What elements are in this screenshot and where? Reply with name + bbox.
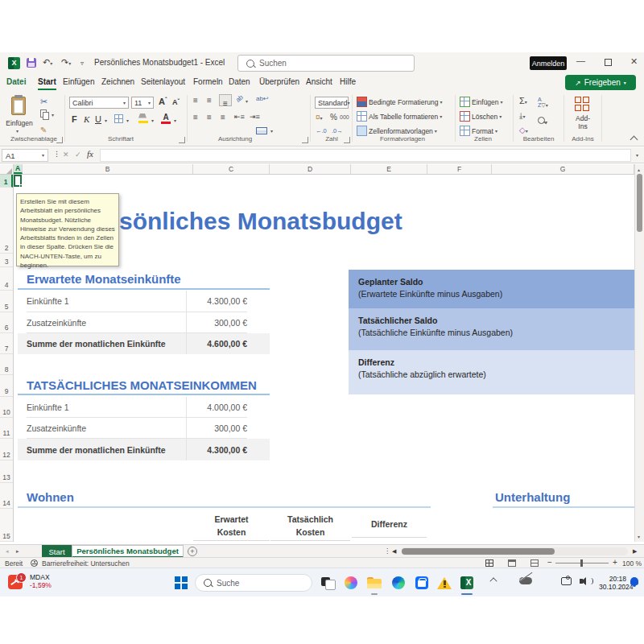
zoom-slider-thumb[interactable] bbox=[580, 559, 583, 567]
edge-button[interactable] bbox=[390, 574, 407, 592]
cost-col-difference[interactable]: Differenz bbox=[352, 519, 427, 538]
font-color-chevron-icon[interactable]: ▾ bbox=[174, 118, 176, 123]
tab-ueberpruefen[interactable]: Überprüfen bbox=[259, 77, 299, 86]
status-accessibility[interactable]: Barrierefreiheit: Untersuchen bbox=[42, 559, 130, 568]
scroll-up-icon[interactable]: ▴ bbox=[638, 167, 640, 172]
delete-cells-button[interactable]: Löschen▾ bbox=[460, 111, 502, 122]
hscroll-right-icon[interactable]: ▶ bbox=[633, 548, 637, 555]
select-all-button[interactable] bbox=[0, 164, 14, 175]
tab-formeln[interactable]: Formeln bbox=[193, 77, 223, 86]
card-difference[interactable]: Differenz (Tatsächliche abzüglich erwart… bbox=[349, 350, 634, 394]
row-header-12[interactable]: 12 bbox=[0, 439, 13, 460]
copilot-button[interactable] bbox=[342, 574, 360, 592]
card-actual-balance[interactable]: Tatsächlicher Saldo (Tatsächliche Einkün… bbox=[349, 308, 634, 350]
fill-icon[interactable]: ⤓▾ bbox=[519, 111, 525, 121]
align-middle-icon[interactable]: ≡ bbox=[207, 96, 212, 105]
tab-einfuegen[interactable]: Einfügen bbox=[63, 77, 94, 86]
row-header-5[interactable]: 5 bbox=[0, 291, 13, 312]
paste-chevron-icon[interactable]: ▾ bbox=[16, 129, 19, 134]
italic-button[interactable]: K bbox=[84, 114, 89, 124]
accessibility-icon[interactable] bbox=[31, 559, 38, 567]
autosum-icon[interactable]: Σ▾ bbox=[519, 96, 527, 105]
number-dialog-launcher[interactable] bbox=[344, 137, 350, 143]
font-name-select[interactable]: Calibri▾ bbox=[69, 97, 129, 109]
align-left-icon[interactable]: ≡ bbox=[193, 113, 198, 122]
notification-bell-icon[interactable] bbox=[630, 577, 638, 587]
column-header-b[interactable]: B bbox=[23, 164, 193, 174]
row-header-9[interactable]: 9 bbox=[0, 375, 13, 397]
sheet-nav-left-icon[interactable]: ◂ bbox=[6, 548, 9, 555]
expected-total-row[interactable]: Summe der monatlichen Einkünfte 4.600,00… bbox=[18, 333, 270, 354]
clock[interactable]: 20:18 30.10.2024 bbox=[599, 575, 626, 591]
clipboard-dialog-launcher[interactable] bbox=[56, 137, 63, 143]
comma-style-icon[interactable]: 000 bbox=[340, 114, 349, 120]
actual-row2-label[interactable]: Zusatzeinkünfte bbox=[27, 418, 186, 439]
row-header-2[interactable]: 2 bbox=[0, 188, 13, 254]
card-planned-balance[interactable]: Geplanter Saldo (Erwartete Einkünfte min… bbox=[349, 270, 634, 308]
view-page-break-icon[interactable] bbox=[530, 559, 539, 567]
wohnen-heading[interactable]: Wohnen bbox=[27, 490, 74, 504]
cost-col-expected[interactable]: ErwartetKosten bbox=[193, 513, 270, 541]
insert-function-icon[interactable]: fx bbox=[87, 149, 93, 159]
save-icon[interactable] bbox=[27, 58, 36, 68]
zoom-in-button[interactable]: + bbox=[613, 558, 617, 567]
row-header-13[interactable]: 13 bbox=[0, 460, 13, 483]
vertical-scroll-thumb[interactable] bbox=[637, 174, 642, 232]
addins-button[interactable]: Add-Ins bbox=[568, 97, 597, 130]
sheet-title[interactable]: sönliches Monatsbudget bbox=[119, 208, 402, 235]
actual-row1-label[interactable]: Einkünfte 1 bbox=[27, 397, 186, 418]
row-header-1[interactable]: 1 bbox=[0, 175, 13, 188]
row-header-14[interactable]: 14 bbox=[0, 483, 13, 509]
minimize-button[interactable]: — bbox=[576, 56, 585, 65]
excel-taskbar-button[interactable]: X bbox=[458, 574, 476, 592]
fill-color-icon[interactable] bbox=[138, 114, 148, 123]
network-icon[interactable] bbox=[561, 577, 572, 585]
row-header-10[interactable]: 10 bbox=[0, 397, 13, 418]
row-header-15[interactable]: 15 bbox=[0, 509, 13, 542]
expected-income-heading[interactable]: Erwartete Monatseinkünfte bbox=[27, 272, 181, 286]
decrease-font-icon[interactable]: Aˇ bbox=[172, 98, 180, 106]
bold-button[interactable]: F bbox=[72, 114, 77, 124]
sheet-tab-start[interactable]: Start bbox=[42, 545, 72, 558]
onedrive-paused-icon[interactable] bbox=[519, 577, 532, 584]
row-header-6[interactable]: 6 bbox=[0, 312, 13, 333]
task-view-button[interactable] bbox=[319, 574, 336, 592]
wrap-text-icon[interactable]: ab↩ bbox=[256, 95, 269, 102]
widgets-button[interactable]: 1 MDAX -1,59% bbox=[8, 572, 52, 589]
actual-income-heading[interactable]: TATSÄCHLICHES MONATSEINKOMMEN bbox=[27, 378, 257, 392]
column-header-g[interactable]: G bbox=[492, 164, 634, 174]
column-header-f[interactable]: F bbox=[427, 164, 492, 174]
expected-row2-label[interactable]: Zusatzeinkünfte bbox=[27, 312, 186, 333]
zoom-level[interactable]: 100 % bbox=[622, 559, 642, 568]
undo-icon[interactable]: ↶▾ bbox=[43, 57, 52, 68]
tab-ansicht[interactable]: Ansicht bbox=[306, 77, 332, 86]
expected-row1-label[interactable]: Einkünfte 1 bbox=[27, 291, 186, 312]
tabbar-splitter-icon[interactable]: ⋮ bbox=[384, 547, 390, 555]
row-header-8[interactable]: 8 bbox=[0, 354, 13, 375]
accounting-format-icon[interactable]: ¤▾ bbox=[316, 113, 323, 122]
align-right-icon[interactable]: ≡ bbox=[221, 113, 225, 122]
row-header-11[interactable]: 11 bbox=[0, 418, 13, 439]
name-box[interactable]: A1▾ bbox=[2, 149, 48, 162]
formula-input[interactable] bbox=[100, 149, 631, 162]
borders-icon[interactable] bbox=[114, 114, 123, 123]
orientation-icon[interactable]: ab bbox=[234, 93, 245, 104]
formula-enter-icon[interactable]: ✓ bbox=[75, 151, 81, 159]
fill-handle[interactable] bbox=[19, 184, 23, 188]
row-header-4[interactable]: 4 bbox=[0, 267, 13, 291]
align-center-icon[interactable]: ≡ bbox=[207, 113, 212, 122]
formula-expand-icon[interactable]: ▾ bbox=[636, 153, 638, 158]
row-header-7[interactable]: 7 bbox=[0, 333, 13, 354]
tab-datei[interactable]: Datei bbox=[6, 77, 26, 86]
tab-daten[interactable]: Daten bbox=[229, 77, 250, 86]
expected-row1-value[interactable]: 4.300,00 € bbox=[186, 291, 247, 312]
sheet-nav-right-icon[interactable]: ▸ bbox=[16, 548, 19, 555]
align-top-icon[interactable]: ≡ bbox=[193, 96, 198, 105]
increase-font-icon[interactable]: Aˆ bbox=[159, 97, 167, 106]
column-header-e[interactable]: E bbox=[351, 164, 427, 174]
taskbar-search-input[interactable]: Suche bbox=[195, 574, 312, 592]
tab-hilfe[interactable]: Hilfe bbox=[340, 77, 356, 86]
redo-icon[interactable]: ↷▾ bbox=[61, 57, 71, 68]
store-button[interactable] bbox=[413, 574, 431, 592]
font-size-select[interactable]: 11▾ bbox=[131, 97, 154, 109]
